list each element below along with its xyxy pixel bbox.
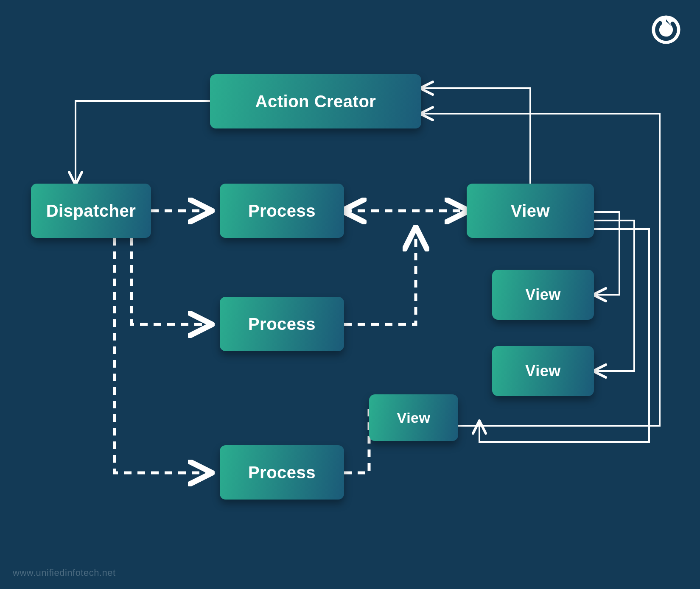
node-label: View [397, 410, 431, 426]
node-view-child-1: View [492, 270, 594, 320]
node-label: Process [248, 315, 316, 334]
node-label: View [525, 286, 560, 304]
node-process-2: Process [220, 297, 344, 351]
node-process-3: Process [220, 445, 344, 500]
node-label: View [525, 362, 560, 380]
node-label: Process [248, 201, 316, 221]
brand-logo [651, 15, 681, 45]
footer-text: www.unifiedinfotech.net [13, 567, 116, 578]
node-label: View [511, 201, 550, 221]
node-view-child-2: View [492, 346, 594, 396]
node-label: Dispatcher [46, 201, 136, 221]
footer-attribution: www.unifiedinfotech.net [13, 567, 116, 578]
node-label: Action Creator [255, 92, 376, 111]
node-dispatcher: Dispatcher [31, 184, 151, 238]
node-process-1: Process [220, 184, 344, 238]
node-view-center: View [369, 394, 458, 441]
node-action-creator: Action Creator [210, 74, 421, 128]
node-view-top: View [467, 184, 594, 238]
node-label: Process [248, 463, 316, 482]
logo-icon [651, 15, 681, 45]
